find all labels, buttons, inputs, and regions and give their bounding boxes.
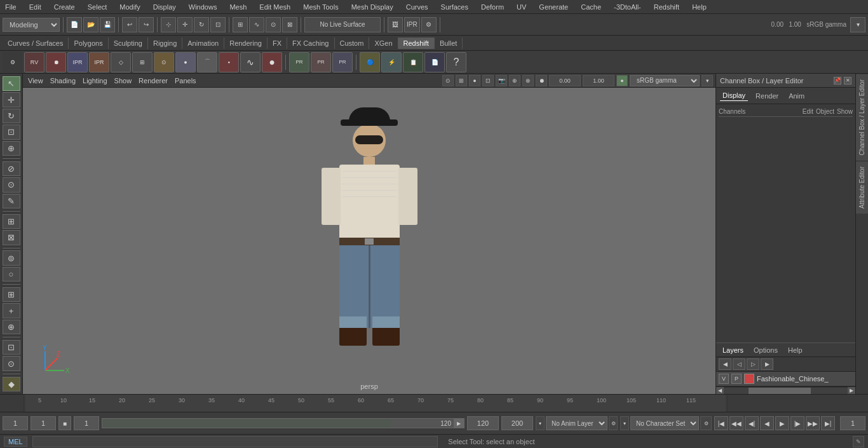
help-tab[interactable]: Help — [785, 346, 805, 355]
menu-curves[interactable]: Curves — [403, 2, 431, 12]
shelf-icon-rs1[interactable]: 🔵 — [360, 52, 380, 72]
menu-select[interactable]: Select — [85, 2, 110, 12]
menu-windows[interactable]: Windows — [186, 2, 220, 12]
shelf-icon-pr2[interactable]: PR — [311, 52, 331, 72]
frame-end-input[interactable] — [467, 416, 499, 430]
menu-mesh-display[interactable]: Mesh Display — [349, 2, 396, 12]
pb-back[interactable]: ◀ — [760, 416, 774, 430]
panel-close-btn[interactable]: ✕ — [844, 77, 851, 85]
shelf-settings[interactable]: ⚙ — [3, 52, 23, 72]
layer-remove-btn[interactable]: ◁ — [733, 358, 745, 370]
snap2-btn[interactable]: + — [3, 303, 20, 318]
shelf-icon-ipr2[interactable]: IPR — [89, 52, 109, 72]
layer-up-btn[interactable]: ▷ — [747, 358, 759, 370]
shelf-tab-fx-caching[interactable]: FX Caching — [287, 37, 334, 49]
scroll-track[interactable] — [724, 388, 848, 394]
vp-menu-renderer[interactable]: Renderer — [136, 76, 170, 85]
shelf-icon-pr1[interactable]: PR — [289, 52, 309, 72]
shelf-icon-circle[interactable]: ● — [262, 52, 282, 72]
shelf-icon-sphere2[interactable]: ● — [175, 52, 196, 72]
char-set-dropdown[interactable]: No Character Set — [630, 416, 699, 430]
plus-btn[interactable]: ⊕ — [3, 320, 20, 334]
menu-deform[interactable]: Deform — [478, 2, 506, 12]
display-settings-btn[interactable]: ⊙ — [3, 356, 20, 370]
layer-vis-btn[interactable]: V — [719, 374, 729, 384]
range-bar-right[interactable]: ▶ — [454, 419, 464, 428]
range-bar[interactable]: ▶ 120 — [102, 418, 465, 428]
shelf-tab-rendering[interactable]: Rendering — [224, 37, 268, 49]
layer-color-swatch[interactable] — [744, 374, 754, 384]
menu-surfaces[interactable]: Surfaces — [438, 2, 471, 12]
shelf-icon-rs4[interactable]: 📄 — [424, 52, 445, 72]
object-mode-btn[interactable]: ○ — [3, 267, 20, 282]
render-settings[interactable]: ⚙ — [421, 17, 437, 32]
snap-curve[interactable]: ∿ — [249, 17, 264, 32]
vp-translate-y[interactable]: 1.00 — [583, 75, 614, 86]
scroll-right-btn[interactable]: ▶ — [848, 387, 855, 395]
shelf-tab-curves-surfaces[interactable]: Curves / Surfaces — [3, 37, 69, 49]
vp-xray[interactable]: ⊡ — [482, 75, 494, 86]
vp-menu-show[interactable]: Show — [112, 76, 135, 85]
shelf-tab-xgen[interactable]: XGen — [369, 37, 398, 49]
vp-res2[interactable]: ⊗ — [522, 75, 534, 86]
no-live-surface[interactable]: No Live Surface — [304, 17, 381, 32]
snap-surface[interactable]: ⊠ — [282, 17, 297, 32]
pb-goto-start[interactable]: |◀ — [714, 416, 728, 430]
max-frame-input[interactable] — [501, 416, 533, 430]
edit-tab-label[interactable]: Edit — [803, 108, 813, 115]
shelf-icon-curve[interactable]: ∿ — [240, 52, 261, 72]
shader-btn[interactable]: ◆ — [3, 377, 20, 391]
vp-smooth[interactable]: ● — [469, 75, 480, 86]
vp-wireframe[interactable]: ⊞ — [456, 75, 467, 86]
tab-anim[interactable]: Anim — [786, 91, 807, 101]
color-space-dropdown[interactable]: sRGB gamma — [630, 75, 700, 86]
script-lang-toggle[interactable]: MEL — [4, 437, 27, 447]
scale-tool-btn[interactable]: ⊡ — [3, 125, 20, 139]
shelf-icon-rs2[interactable]: ⚡ — [381, 52, 402, 72]
vp-menu-lighting[interactable]: Lighting — [80, 76, 110, 85]
shelf-icon-sphere[interactable]: ⊙ — [154, 52, 174, 72]
range-start-input[interactable] — [31, 416, 56, 430]
shelf-icon-rv[interactable]: RV — [24, 52, 44, 72]
layer-down-btn[interactable]: ▶ — [761, 358, 773, 370]
shelf-icon-dome[interactable]: ⌒ — [197, 52, 217, 72]
menu-display[interactable]: Display — [151, 2, 179, 12]
save-btn[interactable]: 💾 — [100, 17, 115, 32]
shelf-icon-ipr[interactable]: IPR — [67, 52, 88, 72]
options-tab[interactable]: Options — [751, 346, 780, 355]
pb-step-fwd[interactable]: ▶▶ — [806, 416, 820, 430]
lasso-btn[interactable]: ⊙ — [3, 177, 20, 192]
menu-uv[interactable]: UV — [514, 2, 529, 12]
vp-menu-panels[interactable]: Panels — [172, 76, 199, 85]
layer-add-btn[interactable]: ◀ — [719, 358, 731, 370]
grid-snap-btn[interactable]: ⊠ — [3, 230, 20, 245]
side-tab-channel-box[interactable]: Channel Box / Layer Editor — [856, 74, 868, 161]
char-set-arrow[interactable]: ▾ — [620, 416, 629, 430]
menu-modify[interactable]: Modify — [117, 2, 142, 12]
menu-edit-mesh[interactable]: Edit Mesh — [257, 2, 293, 12]
menu-3dtoall[interactable]: -3DtoAll- — [611, 2, 644, 12]
char-set-settings[interactable]: ⚙ — [700, 416, 712, 430]
shelf-icon-grid[interactable]: ⊞ — [132, 52, 153, 72]
menu-help[interactable]: Help — [689, 2, 709, 12]
script-editor-btn[interactable]: ✎ — [853, 436, 864, 447]
scale-tool[interactable]: ⊡ — [210, 17, 226, 32]
rotate-tool[interactable]: ↻ — [194, 17, 209, 32]
render-view[interactable]: 🖼 — [388, 17, 403, 32]
rotate-tool-btn[interactable]: ↻ — [3, 109, 20, 123]
snap-grid[interactable]: ⊞ — [233, 17, 248, 32]
shelf-icon-help[interactable]: ? — [446, 52, 466, 72]
playback-type-indicator[interactable]: ■ — [58, 416, 71, 430]
anim-layer-settings[interactable]: ⚙ — [609, 416, 618, 430]
menu-generate[interactable]: Generate — [536, 2, 571, 12]
tab-render[interactable]: Render — [753, 91, 781, 101]
pb-next-key[interactable]: |▶ — [790, 416, 804, 430]
menu-create[interactable]: Create — [51, 2, 78, 12]
grid-btn[interactable]: ⊞ — [3, 287, 20, 302]
shelf-tab-sculpting[interactable]: Sculpting — [109, 37, 148, 49]
scroll-thumb[interactable] — [749, 388, 811, 394]
mel-input[interactable] — [32, 436, 438, 447]
side-tab-attribute-editor[interactable]: Attribute Editor — [856, 161, 868, 214]
vp-translate-x[interactable]: 0.00 — [549, 75, 581, 86]
menu-edit[interactable]: Edit — [27, 2, 44, 12]
